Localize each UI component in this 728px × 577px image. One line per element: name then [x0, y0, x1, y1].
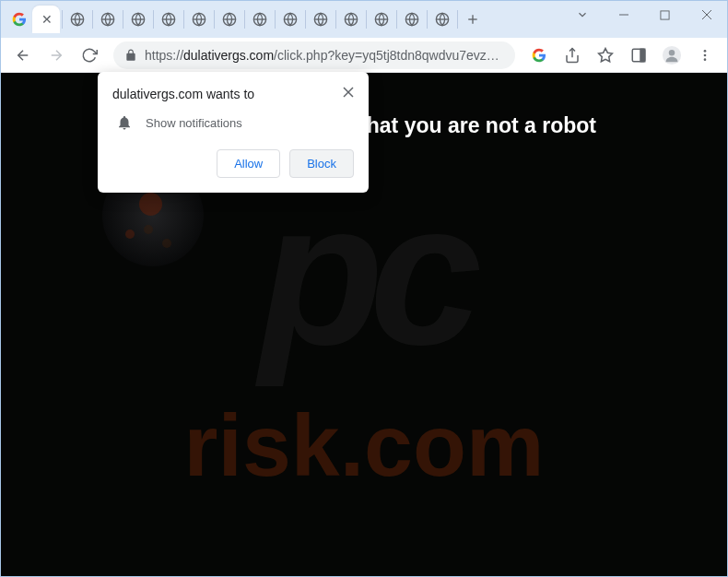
panel-icon — [630, 47, 647, 64]
block-button[interactable]: Block — [289, 149, 354, 178]
bell-icon — [116, 114, 133, 131]
tab-separator — [183, 10, 184, 29]
tab-separator — [244, 10, 245, 29]
new-tab-button[interactable] — [460, 6, 486, 32]
tab-separator — [335, 10, 336, 29]
watermark-risk: risk.com — [184, 395, 545, 496]
avatar-icon — [662, 45, 682, 65]
tab-item[interactable] — [217, 6, 242, 33]
url-text: https://dulativergs.com/click.php?key=yq… — [145, 48, 504, 63]
popup-title: dulativergs.com wants to — [112, 87, 354, 101]
tab-google[interactable] — [6, 6, 32, 33]
google-search-button[interactable] — [524, 41, 554, 70]
tab-separator — [366, 10, 367, 29]
tab-item[interactable] — [125, 6, 151, 33]
svg-marker-35 — [599, 48, 613, 61]
notification-permission-popup: dulativergs.com wants to Show notificati… — [98, 72, 369, 193]
globe-icon — [313, 12, 328, 27]
svg-point-41 — [704, 50, 707, 53]
tab-item[interactable] — [247, 6, 273, 33]
profile-button[interactable] — [657, 41, 687, 70]
dots-vertical-icon — [698, 48, 712, 63]
tab-item[interactable] — [399, 6, 425, 33]
google-icon — [532, 48, 546, 63]
lock-icon — [124, 49, 137, 62]
google-icon — [12, 12, 27, 27]
globe-icon — [344, 12, 358, 27]
tab-item[interactable] — [186, 6, 212, 33]
share-icon — [564, 47, 581, 64]
globe-icon — [252, 12, 267, 27]
star-icon — [597, 47, 614, 64]
tabs-row: ✕ — [1, 1, 486, 38]
close-icon — [343, 87, 354, 98]
allow-button[interactable]: Allow — [217, 149, 280, 178]
tab-item[interactable] — [156, 6, 182, 33]
tab-separator — [457, 10, 458, 29]
globe-icon — [435, 12, 450, 27]
minimize-icon — [618, 9, 629, 20]
minimize-button[interactable] — [603, 1, 644, 29]
tab-item[interactable] — [277, 6, 303, 33]
reload-button[interactable] — [75, 41, 104, 70]
window-controls — [561, 1, 727, 29]
plus-icon — [465, 12, 480, 27]
tab-separator — [427, 10, 428, 29]
tab-item[interactable] — [369, 6, 394, 33]
tab-separator — [275, 10, 276, 29]
tab-separator — [92, 10, 93, 29]
popup-buttons: Allow Block — [112, 149, 354, 178]
address-bar[interactable]: https://dulativergs.com/click.php?key=yq… — [113, 41, 515, 69]
popup-close-button[interactable] — [339, 83, 358, 101]
globe-icon — [283, 12, 298, 27]
tab-separator — [123, 10, 123, 29]
window-titlebar: ✕ — [1, 1, 727, 38]
globe-icon — [374, 12, 389, 27]
tab-separator — [214, 10, 215, 29]
svg-point-42 — [704, 53, 707, 56]
svg-point-43 — [704, 58, 707, 61]
tab-item[interactable] — [338, 6, 364, 33]
tab-item[interactable] — [65, 6, 90, 33]
globe-icon — [192, 12, 206, 27]
svg-rect-29 — [661, 10, 669, 18]
tab-close-icon[interactable]: ✕ — [41, 12, 53, 27]
browser-toolbar: https://dulativergs.com/click.php?key=yq… — [1, 38, 727, 73]
tab-active[interactable]: ✕ — [32, 6, 60, 33]
globe-icon — [131, 12, 146, 27]
svg-rect-38 — [640, 49, 645, 62]
arrow-right-icon — [48, 47, 65, 64]
arrow-left-icon — [15, 47, 31, 64]
globe-icon — [405, 12, 419, 27]
bookmark-button[interactable] — [591, 41, 620, 70]
tab-item[interactable] — [95, 6, 121, 33]
chevron-down-icon — [576, 8, 589, 21]
popup-message: Show notifications — [146, 116, 242, 130]
menu-button[interactable] — [690, 41, 720, 70]
back-button[interactable] — [8, 41, 38, 70]
tab-separator — [396, 10, 397, 29]
maximize-icon — [660, 10, 670, 20]
reload-icon — [81, 47, 98, 64]
tab-item[interactable] — [429, 6, 455, 33]
close-window-button[interactable] — [686, 1, 727, 29]
tabs-dropdown-button[interactable] — [561, 1, 603, 29]
tab-separator — [153, 10, 154, 29]
tab-separator — [305, 10, 306, 29]
share-button[interactable] — [558, 41, 587, 70]
tab-separator — [62, 10, 63, 29]
maximize-button[interactable] — [644, 1, 686, 29]
globe-icon — [100, 12, 115, 27]
globe-icon — [70, 12, 85, 27]
close-icon — [701, 9, 712, 20]
globe-icon — [222, 12, 237, 27]
svg-point-40 — [669, 50, 675, 55]
watermark-pc: pc — [260, 193, 469, 355]
tab-item[interactable] — [308, 6, 334, 33]
side-panel-button[interactable] — [624, 41, 653, 70]
forward-button[interactable] — [41, 41, 71, 70]
popup-permission-row: Show notifications — [112, 114, 354, 131]
globe-icon — [161, 12, 176, 27]
